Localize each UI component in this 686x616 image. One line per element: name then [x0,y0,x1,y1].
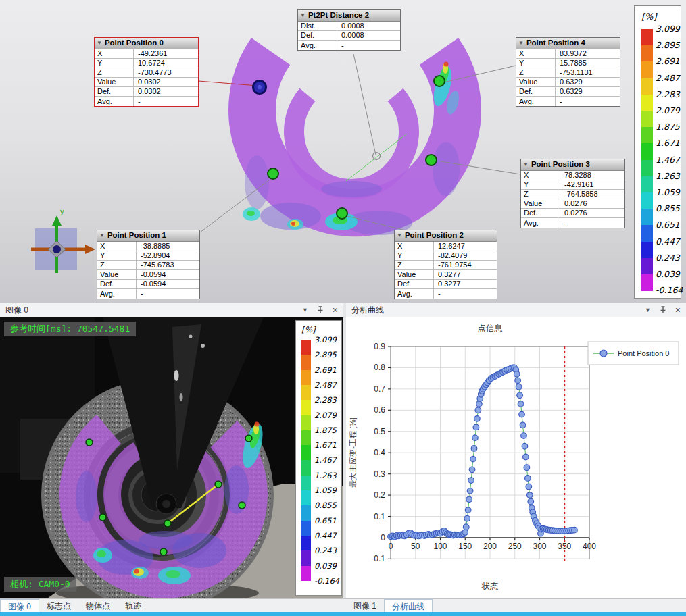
image-panel: 图像 0 ▼ × [0,303,343,598]
color-scale-legend: [%]3.0992.8952.6912.4872.2832.0791.8751.… [634,5,681,299]
collapse-triangle-icon[interactable]: ▼ [97,41,102,46]
chart-legend[interactable]: Point Position 0 [588,342,679,365]
colorbar-tick-label: 1.467 [314,455,337,465]
svg-text:50: 50 [411,542,420,551]
tab-markers[interactable]: 标志点 [39,599,78,613]
svg-text:150: 150 [458,542,472,551]
colorbar-tick-label: 0.243 [656,253,680,263]
data-point [518,401,524,407]
table-row: Value-0.0594 [97,270,199,280]
table-row: Value0.0276 [521,199,624,209]
point-position-1-table[interactable]: ▼Point Position 1X-38.8885Y-52.8904Z-745… [97,230,200,299]
table-header[interactable]: ▼Point Position 3 [521,159,624,171]
camera-image[interactable]: 参考时间[ms]: 70547.5481 相机: CAM0-0 [%]3.099… [0,317,343,598]
colorbar-tick-label: 2.487 [656,73,680,83]
table-header[interactable]: ▼Point Position 2 [395,230,497,242]
collapse-triangle-icon[interactable]: ▼ [397,233,402,238]
table-title: Point Position 0 [105,39,164,47]
data-point [465,507,471,513]
data-point [527,492,533,498]
table-title: Point Position 4 [526,39,585,47]
svg-text:0.1: 0.1 [374,512,385,521]
table-row: Value0.0302 [95,78,198,87]
table-header[interactable]: ▼Pt2Pt Distance 2 [298,10,400,22]
pin-icon[interactable] [660,306,666,314]
colorbar-tick-label: 1.059 [314,486,337,495]
collapse-triangle-icon[interactable]: ▼ [99,233,105,238]
colorbar-tick-label: 3.099 [314,335,337,344]
chevron-down-icon[interactable]: ▼ [302,307,308,313]
color-swatch [641,127,653,144]
dic-analysis-window: x y ▼Point Position 0X-49.2361Y10.6724Z-… [0,0,686,616]
data-point [475,407,481,413]
chart-svg[interactable]: 050100150200250300350400-0.100.10.20.30.… [346,317,686,598]
table-row: Z-761.9754 [395,261,497,270]
color-swatch [301,370,311,386]
point-position-4-table[interactable]: ▼Point Position 4X83.9372Y15.7885Z-753.1… [516,37,620,107]
collapse-triangle-icon[interactable]: ▼ [523,162,529,168]
svg-text:0.2: 0.2 [374,490,385,500]
image-panel-header[interactable]: 图像 0 ▼ × [0,303,343,317]
image-panel-title: 图像 0 [5,305,302,316]
color-swatch [641,242,653,259]
table-row: X-38.8885 [97,242,199,251]
data-point [522,443,528,449]
tab-trajectory[interactable]: 轨迹 [118,599,149,613]
strain-chart[interactable]: 050100150200250300350400-0.100.10.20.30.… [346,317,686,598]
table-row: X78.3288 [521,171,624,180]
colorbar-tick-label: 0.447 [314,531,337,540]
data-point [463,524,469,530]
colorbar-tick-label: 2.079 [656,105,680,116]
point-position-3-table[interactable]: ▼Point Position 3X78.3288Y-42.9161Z-764.… [520,159,625,228]
table-header[interactable]: ▼Point Position 0 [95,38,198,49]
colorbar-tick-label: 1.671 [314,440,337,450]
tab-analysis-curves[interactable]: 分析曲线 [384,599,433,613]
tab-image-1[interactable]: 图像 1 [346,599,384,613]
colorbar-tick-label: 2.895 [314,350,337,359]
close-icon[interactable]: × [333,305,338,315]
collapse-triangle-icon[interactable]: ▼ [300,13,305,18]
data-point [517,392,523,399]
colorbar-tick-label: 0.039 [656,269,680,279]
camera-label: 相机: CAM0-0 [4,577,76,592]
pin-icon[interactable] [317,306,324,314]
reference-time-label: 参考时间[ms]: 70547.5481 [4,322,136,336]
table-row: X12.6247 [395,242,497,251]
table-row: Def.0.0008 [298,31,400,41]
colorbar-tick-label: 2.487 [314,380,337,390]
svg-text:300: 300 [533,542,546,551]
data-point [467,488,473,494]
table-header[interactable]: ▼Point Position 4 [516,38,620,49]
curve-panel-header[interactable]: 分析曲线 ▼ × [346,303,686,317]
table-row: Def.-0.0594 [97,280,199,289]
color-swatch [301,550,311,566]
data-point [524,465,530,471]
coordinate-triad: x y [31,207,103,273]
tab-image-0[interactable]: 图像 0 [0,599,39,613]
3d-viewport[interactable]: x y ▼Point Position 0X-49.2361Y10.6724Z-… [0,0,686,303]
point-position-0-table[interactable]: ▼Point Position 0X-49.2361Y10.6724Z-730.… [94,37,199,107]
table-header[interactable]: ▼Point Position 1 [97,230,199,242]
pt2pt-distance-2-table[interactable]: ▼Pt2Pt Distance 2Dist.0.0008Def.0.0008Av… [297,9,401,51]
point-position-2-table[interactable]: ▼Point Position 2X12.6247Y-82.4079Z-761.… [394,230,497,299]
data-point [468,478,474,484]
color-swatch [301,460,311,476]
colorbar-tick-label: 0.651 [314,516,337,525]
table-row: Y10.6724 [95,59,198,68]
collapse-triangle-icon[interactable]: ▼ [518,41,524,46]
tab-object-points[interactable]: 物体点 [78,599,118,613]
table-row: Avg.- [516,97,620,106]
chevron-down-icon[interactable]: ▼ [645,307,651,313]
table-row: Y-42.9161 [521,180,624,190]
color-swatch [301,505,311,521]
table-row: Z-730.4773 [95,68,198,78]
colorbar-tick-label: 1.875 [314,426,337,435]
table-row: Avg.- [95,97,198,106]
svg-text:0.8: 0.8 [374,363,385,372]
close-icon[interactable]: × [675,305,681,315]
data-point [526,484,532,490]
chart-title: 点信息 [477,324,503,333]
svg-text:0.5: 0.5 [374,427,385,436]
colorbar-tick-label: 2.283 [656,89,680,99]
data-point [464,515,470,521]
